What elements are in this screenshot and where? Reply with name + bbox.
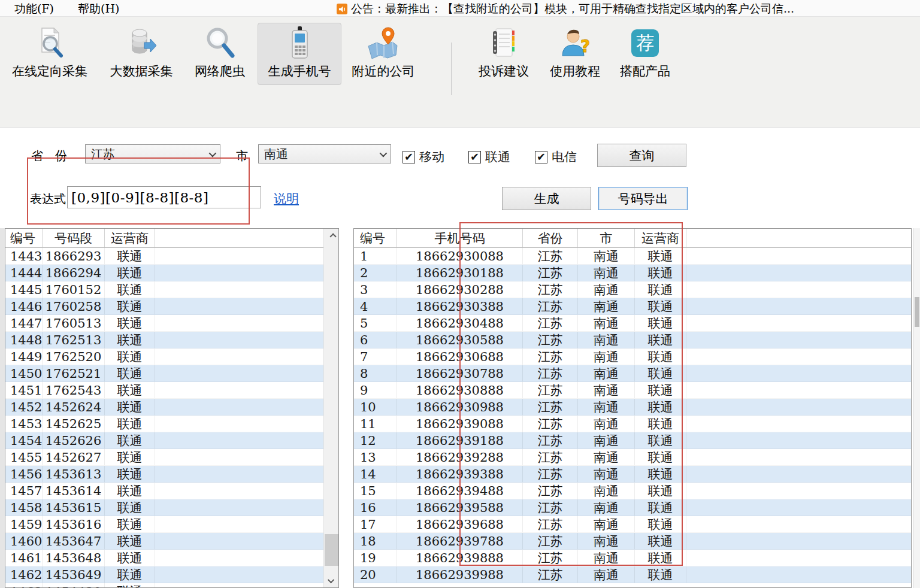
cell-filler [155,332,338,348]
province-label: 省 份 [31,148,67,164]
phone-table-row[interactable]: 12 18662939188 江苏 南通 联通 [354,432,911,449]
carrier-checkbox-unicom[interactable]: ✔ 联通 [468,148,510,165]
phone-table-row[interactable]: 3 18662930288 江苏 南通 联通 [354,281,911,298]
toolbar-button-recommend-product[interactable]: 荐 搭配产品 [612,23,678,85]
phone-table-row[interactable]: 4 18662930388 江苏 南通 联通 [354,298,911,315]
segment-table-row[interactable]: 1455 1452627 联通 [5,449,338,466]
segment-table-row[interactable]: 1457 1453614 联通 [5,483,338,499]
cell-carrier: 联通 [105,365,155,381]
cell-filler [686,248,911,264]
cell-segment: 1762543 [43,382,105,398]
phone-table-row[interactable]: 16 18662939588 江苏 南通 联通 [354,499,911,516]
segment-table-row[interactable]: 1446 1760258 联通 [5,298,338,315]
segment-table-row[interactable]: 1458 1453615 联通 [5,499,338,516]
cell-carrier: 联通 [635,248,686,264]
cell-city: 南通 [578,265,635,281]
expression-input[interactable] [67,186,261,208]
phone-table-row[interactable]: 9 18662930888 江苏 南通 联通 [354,382,911,399]
city-label: 市 [236,148,248,164]
segment-table-row[interactable]: 1459 1453616 联通 [5,516,338,533]
cell-province: 江苏 [523,416,578,432]
cell-index: 1462 [5,566,43,583]
cell-segment: 1453647 [43,533,105,549]
phone-table-row[interactable]: 6 18662930588 江苏 南通 联通 [354,332,911,348]
cell-segment: 1453615 [43,499,105,516]
phone-table-row[interactable]: 5 18662930488 江苏 南通 联通 [354,315,911,332]
phone-table-row[interactable]: 15 18662939488 江苏 南通 联通 [354,483,911,499]
phone-table-row[interactable]: 17 18662939688 江苏 南通 联通 [354,516,911,533]
menu-item-function[interactable]: 功能(F) [11,1,58,17]
cell-province: 江苏 [523,332,578,348]
phone-table-row[interactable]: 20 18662939988 江苏 南通 联通 [354,566,911,583]
segment-table-row[interactable]: 1463 1454430 联通 [5,583,338,588]
cell-city: 南通 [578,432,635,448]
phone-table-row[interactable]: 1 18662930088 江苏 南通 联通 [354,248,911,265]
cell-carrier: 联通 [635,499,686,516]
segment-table-row[interactable]: 1462 1453649 联通 [5,566,338,583]
cell-carrier: 联通 [105,566,155,583]
export-numbers-button[interactable]: 号码导出 [598,187,688,210]
carrier-checkbox-mobile[interactable]: ✔ 移动 [402,148,444,165]
scroll-down-icon[interactable] [324,575,339,586]
phone-table-row[interactable]: 13 18662939288 江苏 南通 联通 [354,449,911,466]
toolbar-button-feedback[interactable]: 投诉建议 [471,23,537,85]
left-table-scrollbar[interactable] [323,229,338,587]
phone-table-panel: 编号 手机号码 省份 市 运营商 1 18662930088 江苏 南通 联通 … [353,228,912,588]
toolbar-button-tutorial[interactable]: ? 使用教程 [541,23,609,85]
cell-filler [686,298,911,314]
cell-carrier: 联通 [635,516,686,532]
cell-province: 江苏 [523,298,578,314]
cell-city: 南通 [578,315,635,331]
toolbar-button-nearby-company[interactable]: 附近的公司 [345,23,422,85]
cell-phone-number: 18662939488 [397,483,523,499]
col-header-city: 市 [578,229,635,247]
segment-table-row[interactable]: 1444 1866294 联通 [5,265,338,281]
toolbar-button-online-collect[interactable]: 在线定向采集 [4,23,96,85]
phone-table-row[interactable]: 8 18662930788 江苏 南通 联通 [354,365,911,382]
segment-table-row[interactable]: 1453 1452625 联通 [5,416,338,432]
col-header-carrier: 运营商 [635,229,686,247]
segment-table-header: 编号 号码段 运营商 [5,229,338,248]
phone-table-row[interactable]: 19 18662939888 江苏 南通 联通 [354,550,911,566]
scroll-up-icon[interactable] [324,230,339,241]
segment-table-row[interactable]: 1449 1762520 联通 [5,348,338,365]
query-button[interactable]: 查询 [597,144,686,167]
segment-table-row[interactable]: 1454 1452626 联通 [5,432,338,449]
help-link[interactable]: 说明 [274,190,299,207]
toolbar-button-generate-phone[interactable]: 生成手机号 [258,23,341,85]
window-scrollbar[interactable] [913,228,920,588]
cell-carrier: 联通 [635,432,686,448]
phone-table-row[interactable]: 18 18662939788 江苏 南通 联通 [354,533,911,550]
toolbar-button-bigdata-collect[interactable]: 大数据采集 [102,23,181,85]
cell-segment: 1453649 [43,566,105,583]
toolbar-label: 生成手机号 [268,63,331,80]
segment-table-row[interactable]: 1460 1453647 联通 [5,533,338,550]
phone-table-row[interactable]: 11 18662939088 江苏 南通 联通 [354,416,911,432]
menu-item-help[interactable]: 帮助(H) [74,1,123,17]
segment-table-row[interactable]: 1451 1762543 联通 [5,382,338,399]
phone-table-row[interactable]: 14 18662939388 江苏 南通 联通 [354,466,911,483]
segment-table-row[interactable]: 1452 1452624 联通 [5,399,338,416]
segment-table-row[interactable]: 1445 1760152 联通 [5,281,338,298]
scrollbar-thumb[interactable] [915,297,919,327]
phone-table-row[interactable]: 2 18662930188 江苏 南通 联通 [354,265,911,281]
col-header-filler [686,229,911,247]
segment-table-row[interactable]: 1456 1453613 联通 [5,466,338,483]
segment-table-row[interactable]: 1448 1762513 联通 [5,332,338,348]
phone-table-row[interactable]: 7 18662930688 江苏 南通 联通 [354,348,911,365]
cell-filler [155,566,338,583]
segment-table-row[interactable]: 1461 1453648 联通 [5,550,338,566]
carrier-checkbox-telecom[interactable]: ✔ 电信 [535,148,577,165]
toolbar-button-web-crawler[interactable]: 网络爬虫 [187,23,253,85]
cell-carrier: 联通 [105,533,155,549]
phone-table-row[interactable]: 10 18662930988 江苏 南通 联通 [354,399,911,416]
segment-table-row[interactable]: 1447 1760513 联通 [5,315,338,332]
segment-table-row[interactable]: 1450 1762521 联通 [5,365,338,382]
announcement-text: 公告：最新推出：【查找附近的公司】模块，可用于精确查找指定区域内的客户公司信..… [351,1,794,17]
segment-table-body: 1443 1866293 联通 1444 1866294 联通 1445 176… [5,248,338,588]
city-select[interactable]: 南通 [258,144,391,163]
generate-button[interactable]: 生成 [502,187,591,210]
scrollbar-thumb[interactable] [325,534,338,566]
province-select[interactable]: 江苏 [85,144,220,163]
segment-table-row[interactable]: 1443 1866293 联通 [5,248,338,265]
